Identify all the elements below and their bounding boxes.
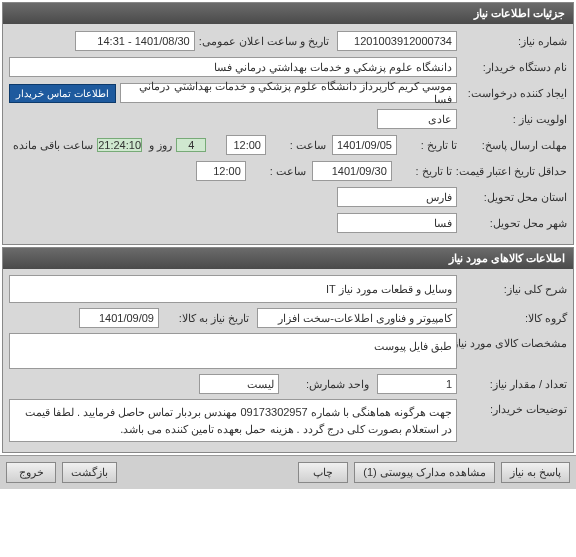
goods-panel-body: شرح کلی نیاز: وسایل و قطعات مورد نیاز IT… bbox=[3, 269, 573, 452]
remaining-suffix-label: ساعت باقی مانده bbox=[9, 139, 93, 152]
goods-panel: اطلاعات کالاهای مورد نیاز شرح کلی نیاز: … bbox=[2, 247, 574, 453]
to-date-label-2: تا تاریخ : bbox=[392, 165, 452, 178]
spec-label: مشخصات کالای مورد نیاز: bbox=[457, 333, 567, 350]
footer-bar: پاسخ به نیاز مشاهده مدارک پیوستی (1) چاپ… bbox=[0, 455, 576, 489]
panel-header-need: جزئیات اطلاعات نیاز bbox=[3, 3, 573, 24]
deadline-time-field: 12:00 bbox=[226, 135, 266, 155]
province-field: فارس bbox=[337, 187, 457, 207]
unit-label: واحد شمارش: bbox=[279, 378, 369, 391]
desc-label: شرح کلی نیاز: bbox=[457, 283, 567, 296]
price-valid-time-field: 12:00 bbox=[196, 161, 246, 181]
time-label-1: ساعت : bbox=[266, 139, 326, 152]
remaining-days-field: 4 bbox=[176, 138, 206, 152]
group-field: کامپیوتر و فناوری اطلاعات-سخت افزار bbox=[257, 308, 457, 328]
need-date-field: 1401/09/09 bbox=[79, 308, 159, 328]
city-field: فسا bbox=[337, 213, 457, 233]
buyer-org-label: نام دستگاه خریدار: bbox=[457, 61, 567, 74]
need-number-field: 1201003912000734 bbox=[337, 31, 457, 51]
attachments-button[interactable]: مشاهده مدارک پیوستی (1) bbox=[354, 462, 495, 483]
qty-label: تعداد / مقدار نیاز: bbox=[457, 378, 567, 391]
reply-button[interactable]: پاسخ به نیاز bbox=[501, 462, 570, 483]
need-details-panel: جزئیات اطلاعات نیاز شماره نیاز: 12010039… bbox=[2, 2, 574, 245]
need-number-label: شماره نیاز: bbox=[457, 35, 567, 48]
city-label: شهر محل تحویل: bbox=[457, 217, 567, 230]
buyer-note-label: توضیحات خریدار: bbox=[457, 399, 567, 416]
to-date-label-1: تا تاریخ : bbox=[397, 139, 457, 152]
priority-label: اولویت نیاز : bbox=[457, 113, 567, 126]
deadline-reply-label: مهلت ارسال پاسخ: bbox=[457, 139, 567, 152]
price-valid-date-field: 1401/09/30 bbox=[312, 161, 392, 181]
desc-field: وسایل و قطعات مورد نیاز IT bbox=[9, 275, 457, 303]
need-date-label: تاریخ نیاز به کالا: bbox=[159, 312, 249, 325]
back-button[interactable]: بازگشت bbox=[62, 462, 117, 483]
qty-field: 1 bbox=[377, 374, 457, 394]
contact-buyer-badge[interactable]: اطلاعات تماس خریدار bbox=[9, 84, 116, 103]
need-panel-body: شماره نیاز: 1201003912000734 تاریخ و ساع… bbox=[3, 24, 573, 244]
buyer-org-field: دانشگاه علوم پزشکي و خدمات بهداشتي درمان… bbox=[9, 57, 457, 77]
exit-button[interactable]: خروج bbox=[6, 462, 56, 483]
unit-field: لیست bbox=[199, 374, 279, 394]
creator-label: ایجاد کننده درخواست: bbox=[457, 87, 567, 100]
priority-field: عادی bbox=[377, 109, 457, 129]
time-label-2: ساعت : bbox=[246, 165, 306, 178]
print-button[interactable]: چاپ bbox=[298, 462, 348, 483]
announce-field: 1401/08/30 - 14:31 bbox=[75, 31, 195, 51]
remaining-time-field: 21:24:10 bbox=[97, 138, 142, 152]
days-and-label: روز و bbox=[142, 139, 172, 152]
buyer-note-field: جهت هرگونه هماهنگی با شماره 09173302957 … bbox=[9, 399, 457, 442]
creator-field: موسي كريم كارپرداز دانشگاه علوم پزشكي و … bbox=[120, 83, 457, 103]
announce-label: تاریخ و ساعت اعلان عمومی: bbox=[195, 35, 329, 48]
panel-header-goods: اطلاعات کالاهای مورد نیاز bbox=[3, 248, 573, 269]
spec-field: طبق فایل پیوست bbox=[9, 333, 457, 369]
price-valid-label: حداقل تاریخ اعتبار قیمت: bbox=[452, 164, 567, 178]
deadline-date-field: 1401/09/05 bbox=[332, 135, 397, 155]
group-label: گروه کالا: bbox=[457, 312, 567, 325]
province-label: استان محل تحویل: bbox=[457, 191, 567, 204]
